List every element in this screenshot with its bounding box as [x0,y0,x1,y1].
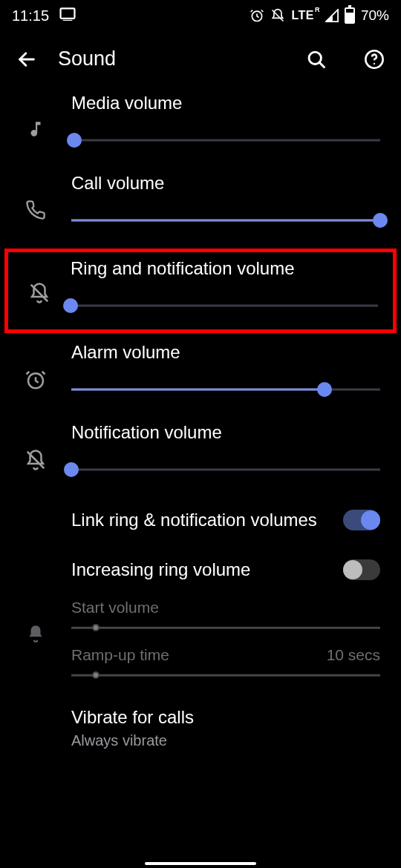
battery-icon [345,7,355,24]
call-volume-slider[interactable] [71,213,380,228]
back-icon[interactable] [16,49,37,70]
search-icon[interactable] [306,49,327,70]
help-icon[interactable] [364,49,385,70]
signal-icon [325,9,339,22]
start-volume-slider [71,622,380,633]
bell-icon [0,599,71,643]
mute-status-icon [270,8,285,23]
call-volume-label: Call volume [71,173,380,194]
ring-volume-slider[interactable] [71,298,378,313]
media-volume-label: Media volume [71,93,380,114]
start-volume-row: Start volume Ramp-up time 10 secs [0,594,401,685]
vibrate-for-calls-row[interactable]: Vibrate for calls Always vibrate [0,685,401,749]
increasing-ring-label: Increasing ring volume [71,558,343,581]
battery-percent: 70% [361,7,389,24]
increasing-ring-switch[interactable] [343,559,380,580]
alarm-volume-label: Alarm volume [71,342,380,363]
cast-icon [59,7,76,24]
svg-point-8 [374,62,375,64]
media-volume-row: Media volume [0,85,401,165]
link-volumes-row[interactable]: Link ring & notification volumes [0,495,401,545]
nav-indicator [145,862,256,865]
notification-volume-label: Notification volume [71,422,380,443]
ramp-time-value: 10 secs [327,646,380,664]
increasing-ring-row[interactable]: Increasing ring volume [0,545,401,594]
svg-line-6 [319,62,324,67]
link-volumes-switch[interactable] [343,510,380,530]
notification-volume-slider[interactable] [71,462,380,477]
media-volume-slider[interactable] [71,133,380,148]
ring-volume-label: Ring and notification volume [71,258,378,279]
vibrate-title: Vibrate for calls [71,707,380,728]
ring-volume-row: Ring and notification volume [4,249,397,333]
svg-rect-0 [61,8,75,19]
bell-off-icon [8,258,71,304]
start-volume-label: Start volume [71,599,159,617]
alarm-volume-slider[interactable] [71,382,380,397]
music-note-icon [0,93,71,139]
call-volume-row: Call volume [0,165,401,246]
ramp-time-label: Ramp-up time [71,646,169,664]
alarm-volume-row: Alarm volume [0,338,401,415]
status-bar: 11:15 LTER 70% [0,0,401,27]
alarm-status-icon [250,8,264,23]
ramp-time-slider [71,670,380,680]
network-label: LTER [291,9,319,22]
phone-icon [0,173,71,220]
vibrate-subtitle: Always vibrate [71,732,380,749]
status-time: 11:15 [12,7,49,24]
link-volumes-label: Link ring & notification volumes [71,508,343,531]
notification-volume-row: Notification volume [0,415,401,495]
bell-off-icon [0,422,71,471]
app-bar: Sound [0,27,401,85]
alarm-icon [0,342,71,391]
page-title: Sound [58,47,285,70]
